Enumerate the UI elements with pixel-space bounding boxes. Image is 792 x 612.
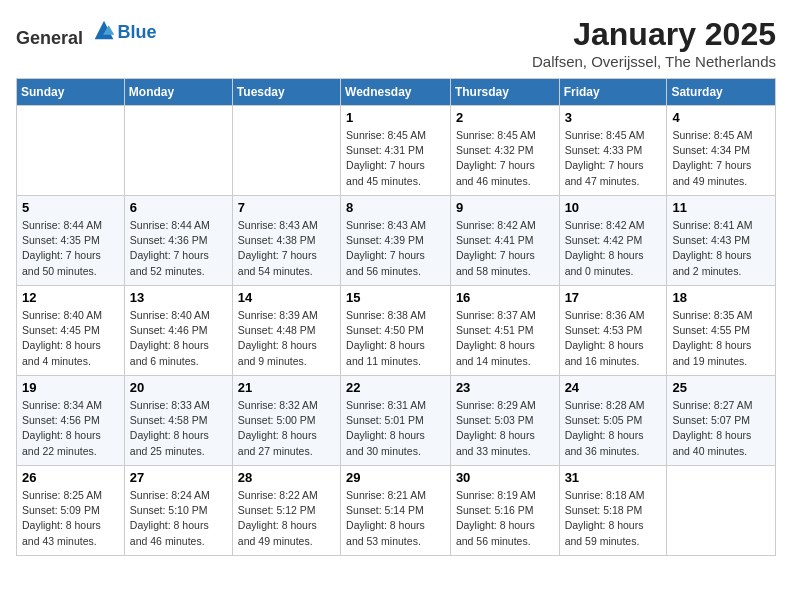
day-info: Sunrise: 8:38 AM Sunset: 4:50 PM Dayligh… [346,308,445,369]
calendar-cell: 30Sunrise: 8:19 AM Sunset: 5:16 PM Dayli… [450,466,559,556]
weekday-header-saturday: Saturday [667,79,776,106]
calendar-cell: 31Sunrise: 8:18 AM Sunset: 5:18 PM Dayli… [559,466,667,556]
calendar-cell: 2Sunrise: 8:45 AM Sunset: 4:32 PM Daylig… [450,106,559,196]
day-info: Sunrise: 8:43 AM Sunset: 4:38 PM Dayligh… [238,218,335,279]
calendar-cell [124,106,232,196]
calendar-cell: 10Sunrise: 8:42 AM Sunset: 4:42 PM Dayli… [559,196,667,286]
day-number: 10 [565,200,662,215]
calendar-cell: 28Sunrise: 8:22 AM Sunset: 5:12 PM Dayli… [232,466,340,556]
day-info: Sunrise: 8:39 AM Sunset: 4:48 PM Dayligh… [238,308,335,369]
month-title: January 2025 [532,16,776,53]
calendar-cell: 29Sunrise: 8:21 AM Sunset: 5:14 PM Dayli… [341,466,451,556]
day-info: Sunrise: 8:19 AM Sunset: 5:16 PM Dayligh… [456,488,554,549]
calendar-cell: 8Sunrise: 8:43 AM Sunset: 4:39 PM Daylig… [341,196,451,286]
day-number: 2 [456,110,554,125]
day-info: Sunrise: 8:32 AM Sunset: 5:00 PM Dayligh… [238,398,335,459]
weekday-header-thursday: Thursday [450,79,559,106]
weekday-header-tuesday: Tuesday [232,79,340,106]
calendar-cell: 26Sunrise: 8:25 AM Sunset: 5:09 PM Dayli… [17,466,125,556]
calendar-cell: 22Sunrise: 8:31 AM Sunset: 5:01 PM Dayli… [341,376,451,466]
calendar-cell: 27Sunrise: 8:24 AM Sunset: 5:10 PM Dayli… [124,466,232,556]
day-number: 18 [672,290,770,305]
calendar-cell: 20Sunrise: 8:33 AM Sunset: 4:58 PM Dayli… [124,376,232,466]
weekday-header-monday: Monday [124,79,232,106]
title-area: January 2025 Dalfsen, Overijssel, The Ne… [532,16,776,70]
day-info: Sunrise: 8:40 AM Sunset: 4:45 PM Dayligh… [22,308,119,369]
day-number: 22 [346,380,445,395]
day-number: 17 [565,290,662,305]
calendar-cell: 14Sunrise: 8:39 AM Sunset: 4:48 PM Dayli… [232,286,340,376]
page-header: General Blue January 2025 Dalfsen, Overi… [16,16,776,70]
day-number: 8 [346,200,445,215]
weekday-header-row: SundayMondayTuesdayWednesdayThursdayFrid… [17,79,776,106]
calendar-cell: 18Sunrise: 8:35 AM Sunset: 4:55 PM Dayli… [667,286,776,376]
logo: General Blue [16,16,157,49]
week-row-3: 12Sunrise: 8:40 AM Sunset: 4:45 PM Dayli… [17,286,776,376]
day-info: Sunrise: 8:42 AM Sunset: 4:41 PM Dayligh… [456,218,554,279]
day-number: 1 [346,110,445,125]
day-number: 20 [130,380,227,395]
calendar-cell [232,106,340,196]
calendar-cell: 24Sunrise: 8:28 AM Sunset: 5:05 PM Dayli… [559,376,667,466]
day-number: 5 [22,200,119,215]
day-info: Sunrise: 8:34 AM Sunset: 4:56 PM Dayligh… [22,398,119,459]
day-info: Sunrise: 8:40 AM Sunset: 4:46 PM Dayligh… [130,308,227,369]
logo-general: General [16,28,83,48]
day-info: Sunrise: 8:37 AM Sunset: 4:51 PM Dayligh… [456,308,554,369]
day-info: Sunrise: 8:25 AM Sunset: 5:09 PM Dayligh… [22,488,119,549]
calendar-cell: 1Sunrise: 8:45 AM Sunset: 4:31 PM Daylig… [341,106,451,196]
calendar-table: SundayMondayTuesdayWednesdayThursdayFrid… [16,78,776,556]
day-number: 12 [22,290,119,305]
week-row-2: 5Sunrise: 8:44 AM Sunset: 4:35 PM Daylig… [17,196,776,286]
calendar-cell: 25Sunrise: 8:27 AM Sunset: 5:07 PM Dayli… [667,376,776,466]
day-info: Sunrise: 8:35 AM Sunset: 4:55 PM Dayligh… [672,308,770,369]
day-info: Sunrise: 8:22 AM Sunset: 5:12 PM Dayligh… [238,488,335,549]
day-number: 19 [22,380,119,395]
calendar-cell: 9Sunrise: 8:42 AM Sunset: 4:41 PM Daylig… [450,196,559,286]
day-info: Sunrise: 8:28 AM Sunset: 5:05 PM Dayligh… [565,398,662,459]
calendar-cell: 21Sunrise: 8:32 AM Sunset: 5:00 PM Dayli… [232,376,340,466]
day-info: Sunrise: 8:44 AM Sunset: 4:36 PM Dayligh… [130,218,227,279]
day-number: 11 [672,200,770,215]
day-info: Sunrise: 8:18 AM Sunset: 5:18 PM Dayligh… [565,488,662,549]
day-number: 4 [672,110,770,125]
weekday-header-wednesday: Wednesday [341,79,451,106]
day-number: 28 [238,470,335,485]
day-number: 23 [456,380,554,395]
day-number: 27 [130,470,227,485]
calendar-cell: 7Sunrise: 8:43 AM Sunset: 4:38 PM Daylig… [232,196,340,286]
day-number: 16 [456,290,554,305]
day-number: 31 [565,470,662,485]
calendar-cell: 6Sunrise: 8:44 AM Sunset: 4:36 PM Daylig… [124,196,232,286]
day-number: 3 [565,110,662,125]
calendar-cell: 11Sunrise: 8:41 AM Sunset: 4:43 PM Dayli… [667,196,776,286]
calendar-cell: 4Sunrise: 8:45 AM Sunset: 4:34 PM Daylig… [667,106,776,196]
day-number: 13 [130,290,227,305]
day-info: Sunrise: 8:31 AM Sunset: 5:01 PM Dayligh… [346,398,445,459]
day-number: 14 [238,290,335,305]
day-info: Sunrise: 8:27 AM Sunset: 5:07 PM Dayligh… [672,398,770,459]
day-number: 15 [346,290,445,305]
calendar-cell: 17Sunrise: 8:36 AM Sunset: 4:53 PM Dayli… [559,286,667,376]
calendar-cell: 3Sunrise: 8:45 AM Sunset: 4:33 PM Daylig… [559,106,667,196]
day-number: 9 [456,200,554,215]
day-number: 25 [672,380,770,395]
calendar-cell [667,466,776,556]
day-info: Sunrise: 8:29 AM Sunset: 5:03 PM Dayligh… [456,398,554,459]
day-number: 30 [456,470,554,485]
weekday-header-friday: Friday [559,79,667,106]
location-title: Dalfsen, Overijssel, The Netherlands [532,53,776,70]
week-row-5: 26Sunrise: 8:25 AM Sunset: 5:09 PM Dayli… [17,466,776,556]
day-info: Sunrise: 8:45 AM Sunset: 4:34 PM Dayligh… [672,128,770,189]
day-info: Sunrise: 8:42 AM Sunset: 4:42 PM Dayligh… [565,218,662,279]
calendar-cell: 12Sunrise: 8:40 AM Sunset: 4:45 PM Dayli… [17,286,125,376]
day-number: 29 [346,470,445,485]
day-info: Sunrise: 8:33 AM Sunset: 4:58 PM Dayligh… [130,398,227,459]
calendar-cell: 23Sunrise: 8:29 AM Sunset: 5:03 PM Dayli… [450,376,559,466]
day-number: 26 [22,470,119,485]
calendar-cell: 16Sunrise: 8:37 AM Sunset: 4:51 PM Dayli… [450,286,559,376]
calendar-cell [17,106,125,196]
day-info: Sunrise: 8:36 AM Sunset: 4:53 PM Dayligh… [565,308,662,369]
day-info: Sunrise: 8:21 AM Sunset: 5:14 PM Dayligh… [346,488,445,549]
day-info: Sunrise: 8:45 AM Sunset: 4:31 PM Dayligh… [346,128,445,189]
